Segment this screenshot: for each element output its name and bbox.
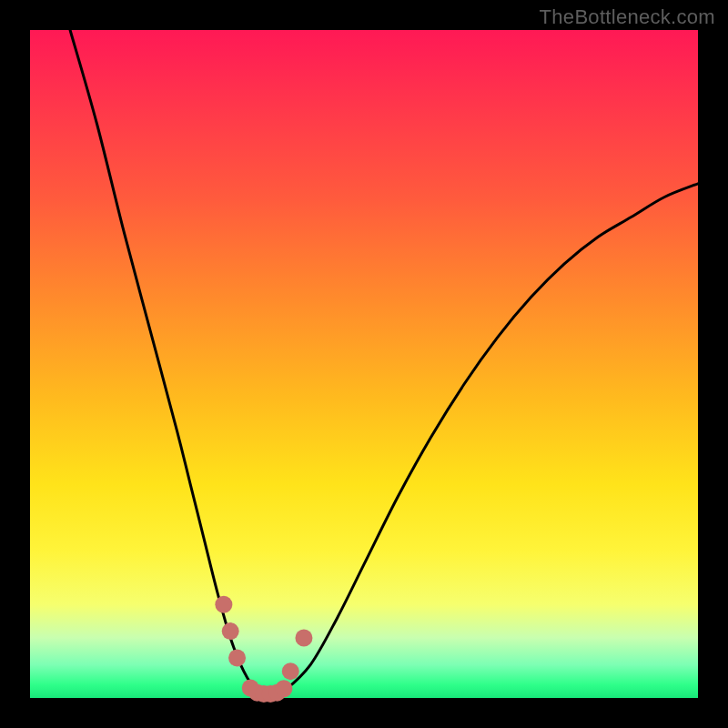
- data-point: [295, 629, 312, 646]
- bottleneck-curve: [70, 30, 698, 698]
- chart-frame: TheBottleneck.com: [0, 0, 728, 728]
- data-point: [275, 680, 292, 697]
- data-point: [215, 596, 232, 613]
- data-point: [282, 662, 299, 680]
- data-point: [228, 649, 246, 666]
- data-point: [222, 622, 239, 640]
- plot-area: [30, 30, 698, 698]
- watermark-text: TheBottleneck.com: [540, 5, 715, 29]
- bottleneck-curve-path: [70, 30, 698, 698]
- curve-svg: [30, 30, 698, 698]
- data-point-cluster: [215, 596, 312, 703]
